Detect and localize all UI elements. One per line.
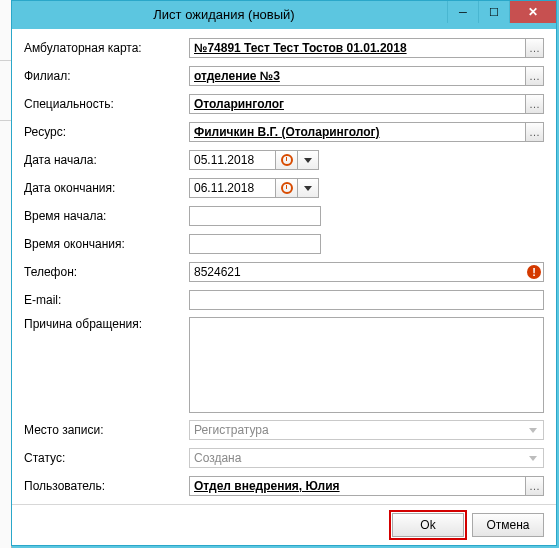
cancel-button[interactable]: Отмена	[472, 513, 544, 537]
reason-textarea[interactable]	[189, 317, 544, 413]
label-resource: Ресурс:	[24, 125, 189, 139]
place-select: Регистратура	[189, 420, 544, 440]
minimize-button[interactable]: ─	[447, 1, 478, 23]
validation-error-icon: !	[527, 265, 541, 279]
label-email: E-mail:	[24, 293, 189, 307]
label-phone: Телефон:	[24, 265, 189, 279]
status-select: Создана	[189, 448, 544, 468]
chevron-down-icon	[304, 186, 312, 191]
clock-icon	[281, 182, 293, 194]
close-button[interactable]: ✕	[509, 1, 556, 23]
email-input[interactable]	[189, 290, 544, 310]
label-time-start: Время начала:	[24, 209, 189, 223]
window-controls: ─ ☐ ✕	[447, 1, 556, 23]
card-field[interactable]: №74891 Тест Тест Тостов 01.01.2018	[189, 38, 525, 58]
resource-field[interactable]: Филичкин В.Г. (Отоларинголог)	[189, 122, 525, 142]
specialty-picker-button[interactable]: …	[525, 94, 544, 114]
time-end-input[interactable]	[189, 234, 321, 254]
waiting-list-dialog: Лист ожидания (новый) ─ ☐ ✕ Амбулаторная…	[11, 0, 557, 546]
chevron-down-icon	[304, 158, 312, 163]
date-end-dropdown-button[interactable]	[297, 178, 319, 198]
date-end-today-button[interactable]	[275, 178, 297, 198]
ok-button[interactable]: Ok	[392, 513, 464, 537]
label-card: Амбулаторная карта:	[24, 41, 189, 55]
dialog-button-bar: Ok Отмена	[12, 504, 556, 545]
time-start-input[interactable]	[189, 206, 321, 226]
branch-picker-button[interactable]: …	[525, 66, 544, 86]
form-area: Амбулаторная карта: №74891 Тест Тест Тос…	[12, 29, 556, 504]
label-branch: Филиал:	[24, 69, 189, 83]
window-title: Лист ожидания (новый)	[12, 1, 436, 29]
resource-picker-button[interactable]: …	[525, 122, 544, 142]
label-status: Статус:	[24, 451, 189, 465]
card-picker-button[interactable]: …	[525, 38, 544, 58]
clock-icon	[281, 154, 293, 166]
branch-field[interactable]: отделение №3	[189, 66, 525, 86]
user-picker-button[interactable]: …	[525, 476, 544, 496]
maximize-button[interactable]: ☐	[478, 1, 509, 23]
specialty-field[interactable]: Отоларинголог	[189, 94, 525, 114]
label-date-start: Дата начала:	[24, 153, 189, 167]
label-time-end: Время окончания:	[24, 237, 189, 251]
date-end-input[interactable]	[189, 178, 275, 198]
label-user: Пользователь:	[24, 479, 189, 493]
label-reason: Причина обращения:	[24, 317, 189, 331]
label-specialty: Специальность:	[24, 97, 189, 111]
phone-input[interactable]	[189, 262, 544, 282]
user-field[interactable]: Отдел внедрения, Юлия	[189, 476, 525, 496]
date-start-today-button[interactable]	[275, 150, 297, 170]
date-start-input[interactable]	[189, 150, 275, 170]
label-date-end: Дата окончания:	[24, 181, 189, 195]
titlebar: Лист ожидания (новый) ─ ☐ ✕	[12, 1, 556, 29]
date-start-dropdown-button[interactable]	[297, 150, 319, 170]
label-place: Место записи:	[24, 423, 189, 437]
